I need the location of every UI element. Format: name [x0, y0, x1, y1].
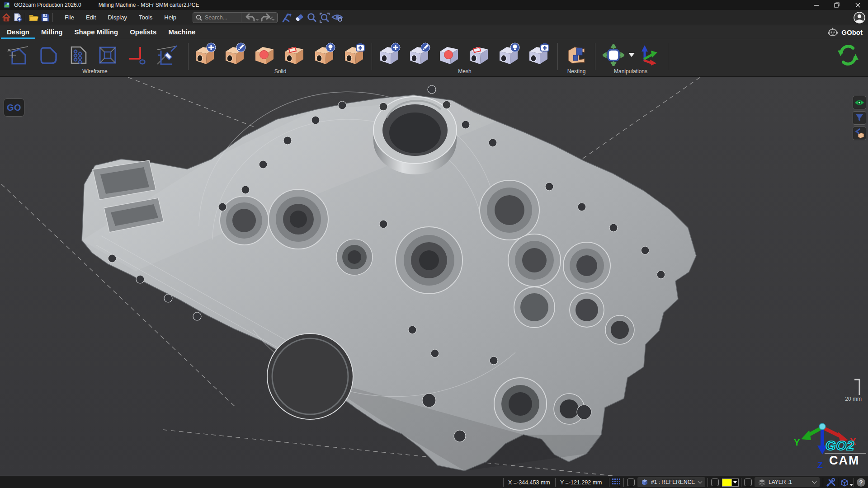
go-panel-button[interactable]: GO — [4, 99, 24, 117]
funnel-icon — [855, 114, 863, 122]
move-tool[interactable] — [600, 42, 627, 68]
tab-machine[interactable]: Machine — [162, 28, 201, 39]
group-separator — [595, 43, 595, 70]
collapse-solid-panel-button[interactable] — [853, 127, 866, 140]
tab-design[interactable]: Design — [1, 28, 35, 39]
color-dropdown[interactable] — [732, 479, 739, 487]
status-bar: X =-344.453 mm Y =-121.292 mm #1 : REFER… — [0, 476, 868, 488]
zoom-icon[interactable] — [306, 12, 318, 23]
search-icon — [196, 14, 202, 21]
zoom-fit-icon[interactable] — [319, 12, 330, 23]
mesh-pocket-tool[interactable] — [466, 42, 491, 68]
close-button[interactable] — [847, 0, 868, 10]
viewport-3d[interactable]: GO 20 mm Y X Z GO2 CAM — [0, 77, 868, 476]
filter-button[interactable] — [853, 111, 866, 125]
solid-info-tool[interactable] — [311, 42, 336, 68]
mesh-edit-tool[interactable] — [406, 42, 431, 68]
menu-help[interactable]: Help — [158, 10, 182, 25]
undo-dropdown[interactable] — [255, 19, 259, 21]
new-document-icon[interactable] — [13, 13, 23, 23]
solid-repair-tool[interactable] — [341, 42, 366, 68]
separator — [555, 478, 556, 487]
color-checkbox[interactable] — [711, 479, 719, 486]
mesh-info-tool[interactable] — [495, 42, 521, 68]
move-tool-dropdown[interactable] — [628, 53, 635, 57]
ribbon: Wireframe Solid Mesh Nesting Manipulatio… — [0, 39, 868, 77]
document-title: Milling Machine - MSFr SMM carter2.PCE — [99, 2, 199, 8]
wireframe-points-list-tool[interactable] — [65, 42, 90, 68]
redo-dropdown[interactable] — [271, 19, 275, 21]
eye-icon — [854, 99, 864, 106]
chevron-left-icon — [854, 128, 864, 139]
group-label-manipulations: Manipulations — [601, 68, 660, 75]
minimize-button[interactable] — [806, 0, 826, 10]
color-picker[interactable] — [722, 478, 739, 487]
undo-icon[interactable] — [244, 12, 256, 23]
wireframe-frame-tool[interactable] — [95, 42, 120, 68]
layer-dropdown[interactable]: LAYER :1 — [755, 477, 820, 487]
mesh-hole-tool[interactable] — [436, 42, 461, 68]
solid-hole-tool[interactable] — [251, 42, 277, 68]
axes-transform-tool[interactable] — [637, 42, 660, 68]
color-swatch[interactable] — [722, 479, 732, 487]
view-cube-button[interactable] — [840, 478, 853, 487]
group-separator — [557, 43, 558, 70]
menu-edit[interactable]: Edit — [80, 10, 102, 25]
title-bar: GO2cam Production 2026.0 Milling Machine… — [0, 0, 868, 10]
cube-dropdown[interactable] — [849, 484, 853, 486]
home-icon[interactable] — [1, 13, 11, 23]
group-label-solid: Solid — [226, 68, 335, 75]
bulb-badge-icon — [510, 42, 520, 52]
logo-go2-text: GO2 — [826, 438, 854, 453]
mesh-repair-tool[interactable] — [525, 42, 551, 68]
wireframe-axis-tool[interactable] — [125, 42, 150, 68]
view-eye-icon[interactable] — [331, 12, 343, 23]
eraser-icon[interactable] — [293, 12, 305, 23]
model-carter-3d[interactable] — [0, 77, 868, 476]
tab-milling[interactable]: Milling — [35, 28, 69, 39]
save-icon[interactable] — [40, 13, 50, 23]
wireframe-clean-tool[interactable] — [155, 42, 180, 68]
settings-tools-button[interactable] — [826, 478, 836, 487]
redo-icon[interactable] — [260, 12, 272, 23]
gobot-label: GObot — [841, 28, 863, 36]
tab-opelists[interactable]: Opelists — [124, 28, 162, 39]
reference-dropdown[interactable]: #1 : REFERENCE — [637, 477, 705, 487]
wireframe-contour-tool[interactable] — [35, 42, 61, 68]
reference-label: #1 : REFERENCE — [651, 479, 695, 485]
layer-chevron — [812, 479, 817, 484]
solid-add-tool[interactable] — [192, 42, 217, 68]
solid-pocket-tool[interactable] — [281, 42, 307, 68]
user-avatar[interactable] — [854, 12, 865, 25]
menu-tools[interactable]: Tools — [133, 10, 158, 25]
reference-checkbox[interactable] — [627, 479, 635, 486]
tab-shape-milling[interactable]: Shape Milling — [69, 28, 124, 39]
menu-display[interactable]: Display — [102, 10, 133, 25]
menu-file[interactable]: File — [59, 10, 80, 25]
solid-edit-tool[interactable] — [222, 42, 247, 68]
help-button[interactable]: ? — [857, 478, 865, 487]
separator — [854, 478, 854, 487]
scale-label: 20 mm — [845, 396, 862, 402]
plus-badge-icon — [206, 42, 216, 52]
wireframe-point-tool[interactable] — [5, 42, 31, 68]
layer-checkbox[interactable] — [744, 479, 752, 486]
grid-snap-button[interactable] — [612, 478, 622, 487]
crank-arch — [267, 333, 353, 419]
separator — [623, 478, 624, 487]
restore-button[interactable] — [826, 0, 847, 10]
nesting-tool[interactable] — [562, 42, 591, 68]
cylinder-bore[interactable] — [373, 97, 457, 174]
gobot-button[interactable]: GObot — [827, 27, 863, 37]
logo-cam-text: CAM — [829, 454, 860, 468]
separator — [838, 478, 838, 487]
medkit-badge-icon — [540, 42, 550, 52]
open-file-icon[interactable] — [29, 13, 39, 23]
refresh-icon[interactable] — [835, 42, 862, 68]
robot-icon — [827, 27, 838, 37]
layers-icon — [758, 479, 766, 486]
visibility-button[interactable] — [853, 96, 866, 109]
mesh-add-tool[interactable] — [376, 42, 401, 68]
x-coordinate: X =-344.453 mm — [508, 478, 550, 487]
measure-caliper-icon[interactable] — [281, 12, 292, 23]
